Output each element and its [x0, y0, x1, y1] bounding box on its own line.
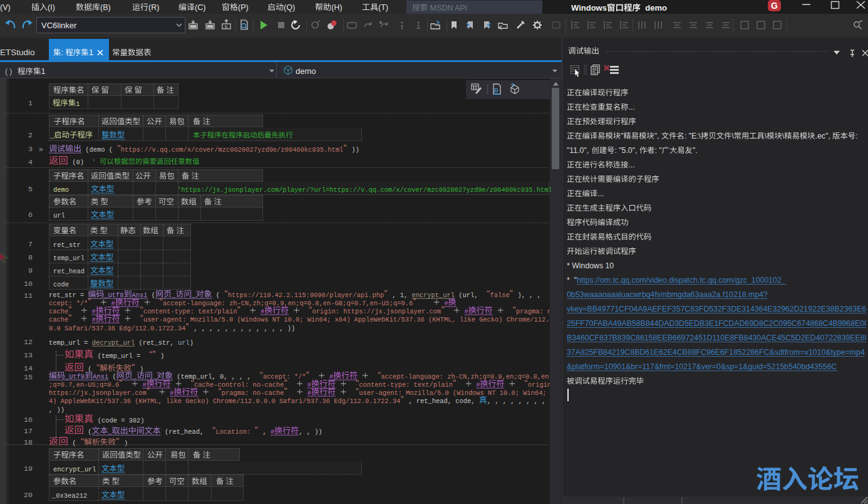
svg-text:#: # [271, 428, 274, 436]
svg-text:vkey=BB49771CF04A9AEFEF357C83F: vkey=BB49771CF04A9AEFEF357C83FD532F3DE31… [567, 305, 866, 313]
svg-text:, ret_head, code,: , ret_head, code, [408, 397, 478, 405]
svg-text:): ) [190, 339, 194, 347]
svg-text:cache: cache [49, 316, 68, 323]
svg-text:(H): (H) [331, 3, 342, 12]
svg-text:url: url [53, 212, 65, 219]
svg-text:16: 16 [24, 416, 33, 424]
svg-text:": " [621, 132, 623, 140]
svg-text:, )): , )) [49, 406, 65, 414]
svg-text:(V): (V) [0, 3, 11, 12]
svg-text:D: D [494, 87, 499, 93]
svg-text:code: code [53, 281, 69, 288]
svg-text:".: ". [693, 146, 698, 155]
svg-text:, , , , , , , , ,: , , , , , , , , , [487, 397, 550, 405]
svg-text:\: \ [782, 132, 785, 140]
svg-text:7: 7 [28, 240, 33, 249]
svg-text:4: 4 [28, 158, 33, 167]
svg-text:3: 3 [28, 145, 33, 154]
svg-text:: "5.0",: : "5.0", [614, 146, 639, 155]
svg-text:Windows: Windows [571, 3, 607, 13]
svg-text:15: 15 [24, 373, 33, 382]
svg-text:...: ... [628, 160, 634, 169]
svg-text:ret_str: ret_str [53, 241, 81, 249]
svg-text:(T): (T) [378, 3, 388, 12]
svg-text:(Q): (Q) [284, 3, 295, 12]
svg-text:B3460CF837B839C86158EEB6697245: B3460CF837B839C86158EEB66972451D110E8FB8… [567, 333, 866, 342]
svg-text:https://v.qq.com/x/cover/mzc00: https://v.qq.com/x/cover/mzc0020027yzd9e… [121, 146, 343, 154]
svg-text:demo: demo [296, 66, 316, 76]
svg-text:temp_url: temp_url [53, 255, 85, 262]
svg-text:10: 10 [24, 280, 33, 288]
svg-text:"11.0",: "11.0", [567, 146, 591, 155]
svg-text:1: 1 [28, 99, 33, 108]
svg-text:Location:: Location: [215, 428, 254, 436]
svg-text:(ret_str,: (ret_str, [135, 339, 178, 347]
svg-text:17: 17 [24, 427, 33, 436]
svg-text:...: ... [628, 103, 634, 112]
svg-text:0.0 Safari/537.36 Edg/112.0.17: 0.0 Safari/537.36 Edg/112.0.1722.34 [49, 325, 185, 332]
svg-text:': ' [91, 159, 99, 166]
svg-text:18: 18 [24, 438, 33, 447]
svg-text:)): )) [351, 146, 359, 154]
svg-text:user-agent: Mozilla/5.0 (Windo: user-agent: Mozilla/5.0 (Windows NT 10.0… [143, 316, 550, 323]
svg-text::: : [855, 132, 857, 140]
svg-text:'https://jx.jsonplayer.com/pla: 'https://jx.jsonplayer.com/player/?url=h… [177, 186, 551, 194]
svg-text:11: 11 [24, 291, 33, 300]
svg-text:(C): (C) [195, 3, 205, 12]
svg-text:37A825FB84219C8BD61E62E4CB88FC: 37A825FB84219C8BD61E62E4CB88FC96E6F18522… [567, 348, 865, 357]
svg-text:4) AppleWebKit/537.36 (KHTML,: 4) AppleWebKit/537.36 (KHTML, like Gecko… [49, 397, 400, 405]
svg-text:_: _ [50, 132, 54, 140]
svg-text:_: _ [108, 428, 113, 436]
svg-text:decrypt_url: decrypt_url [92, 339, 135, 347]
svg-text:* ": * " [567, 276, 577, 285]
svg-text:, , )): , , )) [299, 428, 322, 436]
svg-text:: "E:\: : "E:\ [685, 132, 701, 140]
svg-text:(code = 302): (code = 302) [94, 417, 145, 424]
svg-text:https://om.tc.qq.com/video.dis: https://om.tc.qq.com/video.dispatch.tc.q… [577, 276, 786, 285]
svg-text:(I): (I) [48, 3, 55, 12]
svg-text:(demo (: (demo ( [81, 146, 113, 154]
svg-text:(0): (0) [68, 159, 91, 166]
svg-text:\: \ [765, 132, 767, 140]
svg-text:(R): (R) [148, 3, 159, 12]
svg-text:1: 1 [41, 67, 46, 76]
svg-text:b: b [225, 24, 228, 29]
svg-text:5: 5 [28, 185, 33, 194]
svg-text:url: url [178, 339, 190, 347]
svg-text:): ) [124, 439, 128, 447]
svg-text:MSDN API: MSDN API [428, 4, 467, 13]
svg-text:1: 1 [89, 48, 93, 57]
svg-text:VC6linker: VC6linker [41, 21, 77, 30]
svg-text:25FF70FABA49AB58B844DAD3D5EDB3: 25FF70FABA49AB58B844DAD3D5EDB3E1FCDAD69D… [567, 319, 866, 328]
svg-text:demo: demo [641, 3, 667, 13]
svg-text:...: ... [597, 189, 604, 198]
svg-text:(P): (P) [238, 3, 249, 12]
svg-text:",: ", [654, 132, 661, 140]
svg-text:&platform=10901&br=117&fmt=102: &platform=10901&br=117&fmt=10217&ver=0&s… [567, 362, 837, 371]
svg-text:(B): (B) [100, 3, 111, 12]
svg-text:temp_url =: temp_url = [49, 339, 92, 347]
svg-text:(temp_url =: (temp_url = [94, 352, 145, 360]
svg-text:(ret_head,: (ret_head, [161, 428, 208, 436]
svg-text:ETStudio: ETStudio [0, 48, 35, 57]
svg-text:demo: demo [53, 186, 69, 194]
svg-text:,: , [263, 428, 271, 436]
svg-text:8: 8 [28, 253, 33, 262]
svg-text:#: # [91, 316, 95, 323]
svg-text:, , , , , , , , , , , , )): , , , , , , , , , , , , )) [194, 325, 295, 332]
svg-text:* Windows 10: * Windows 10 [567, 261, 614, 270]
svg-text:(: ( [84, 428, 91, 436]
svg-text:): ) [160, 352, 164, 360]
svg-text:6: 6 [28, 211, 33, 219]
svg-text:(: ( [68, 439, 76, 447]
svg-text:12: 12 [24, 338, 33, 347]
svg-text:»: » [39, 145, 43, 154]
svg-text:2: 2 [28, 131, 33, 140]
svg-text:_0x3ea212: _0x3ea212 [52, 492, 87, 500]
svg-text:encrypt_url: encrypt_url [53, 466, 96, 473]
svg-text:\: \ [731, 132, 734, 140]
svg-text:9: 9 [28, 266, 33, 275]
svg-text:: ": : " [655, 146, 662, 155]
svg-text:1: 1 [76, 100, 80, 108]
svg-text:.ec",: .ec", [815, 132, 833, 140]
